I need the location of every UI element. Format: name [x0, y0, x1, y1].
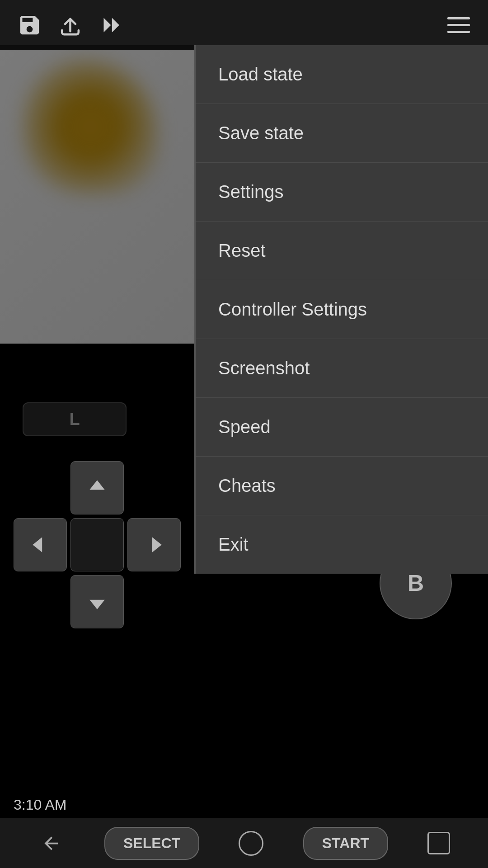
back-button[interactable]: [38, 830, 65, 857]
menu-item-exit[interactable]: Exit: [196, 515, 488, 574]
dpad-down[interactable]: [70, 575, 124, 628]
dpad-up[interactable]: [70, 461, 124, 514]
menu-line-1: [447, 17, 470, 19]
start-button[interactable]: START: [303, 827, 388, 860]
dpad-empty-tl: [14, 461, 67, 514]
menu-line-2: [447, 24, 470, 26]
menu-button[interactable]: [443, 9, 474, 41]
dpad-empty-tr: [127, 461, 181, 514]
status-time: 3:10 AM: [14, 797, 66, 813]
menu-item-load-state[interactable]: Load state: [196, 45, 488, 104]
dpad-empty-bl: [14, 575, 67, 628]
save-button[interactable]: [14, 9, 45, 41]
status-bar: 3:10 AM: [0, 791, 488, 818]
menu-item-reset[interactable]: Reset: [196, 222, 488, 280]
upload-button[interactable]: [54, 9, 86, 41]
dpad: [14, 461, 181, 628]
overlay-dim: [0, 45, 199, 439]
menu-item-speed[interactable]: Speed: [196, 398, 488, 457]
select-button[interactable]: SELECT: [104, 827, 199, 860]
menu-item-screenshot[interactable]: Screenshot: [196, 339, 488, 398]
toolbar: [0, 0, 488, 50]
recent-apps-button[interactable]: [427, 832, 450, 854]
dpad-left[interactable]: [14, 518, 67, 571]
bottom-nav: SELECT START: [0, 818, 488, 868]
menu-item-save-state[interactable]: Save state: [196, 104, 488, 163]
menu-item-cheats[interactable]: Cheats: [196, 457, 488, 515]
menu-line-3: [447, 31, 470, 33]
dpad-center: [70, 518, 124, 571]
menu-item-controller-settings[interactable]: Controller Settings: [196, 280, 488, 339]
fast-forward-button[interactable]: [95, 9, 127, 41]
menu-item-settings[interactable]: Settings: [196, 163, 488, 222]
home-button[interactable]: [239, 831, 263, 856]
dpad-empty-br: [127, 575, 181, 628]
dropdown-menu: Load state Save state Settings Reset Con…: [194, 45, 488, 574]
dpad-right[interactable]: [127, 518, 181, 571]
